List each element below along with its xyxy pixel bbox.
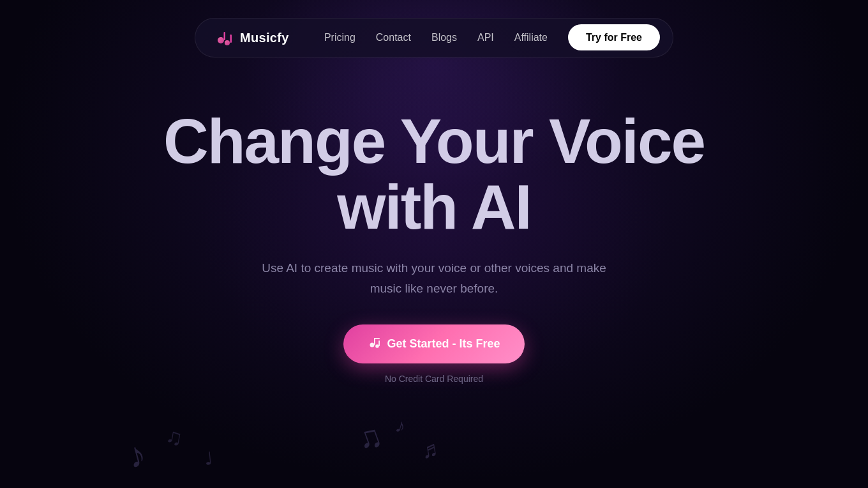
navbar: Musicfy Pricing Contact Blogs API Affili… (195, 18, 673, 57)
hero-title-line2: with AI (337, 172, 531, 242)
music-note-6: ♬ (419, 436, 440, 464)
nav-item-api[interactable]: API (477, 32, 494, 43)
svg-rect-8 (374, 338, 380, 339)
nav-link-blogs[interactable]: Blogs (431, 32, 457, 43)
hero-section: Change Your Voice with AI Use AI to crea… (0, 109, 868, 384)
logo: Musicfy (213, 27, 289, 48)
brand-name: Musicfy (240, 31, 289, 45)
music-note-1: ♪ (123, 433, 150, 477)
hero-subtitle: Use AI to create music with your voice o… (262, 258, 606, 300)
cta-label: Get Started - Its Free (387, 337, 500, 351)
svg-rect-7 (379, 340, 380, 346)
nav-links: Pricing Contact Blogs API Affiliate Try … (324, 32, 660, 43)
svg-point-0 (218, 37, 224, 43)
get-started-button[interactable]: Get Started - Its Free (343, 324, 524, 363)
nav-item-cta[interactable]: Try for Free (568, 32, 660, 43)
nav-item-affiliate[interactable]: Affiliate (514, 32, 548, 43)
nav-cta-button[interactable]: Try for Free (568, 24, 660, 50)
logo-icon (213, 27, 234, 48)
nav-item-pricing[interactable]: Pricing (324, 32, 355, 43)
cta-music-icon (368, 336, 380, 352)
hero-title: Change Your Voice with AI (163, 109, 705, 240)
nav-link-api[interactable]: API (477, 32, 494, 43)
svg-point-1 (225, 40, 230, 45)
music-note-5: ♪ (393, 415, 408, 438)
nav-link-contact[interactable]: Contact (376, 32, 411, 43)
music-note-2: ♫ (164, 423, 185, 451)
svg-rect-3 (230, 34, 232, 43)
nav-item-contact[interactable]: Contact (376, 32, 411, 43)
no-credit-card-text: No Credit Card Required (385, 374, 483, 384)
music-note-3: ♩ (204, 447, 214, 469)
svg-point-5 (376, 345, 380, 349)
nav-link-pricing[interactable]: Pricing (324, 32, 355, 43)
svg-point-4 (370, 343, 375, 347)
svg-rect-2 (224, 32, 226, 40)
nav-item-blogs[interactable]: Blogs (431, 32, 457, 43)
nav-link-affiliate[interactable]: Affiliate (514, 32, 548, 43)
music-note-4: ♫ (352, 416, 387, 459)
hero-title-line1: Change Your Voice (163, 106, 705, 176)
